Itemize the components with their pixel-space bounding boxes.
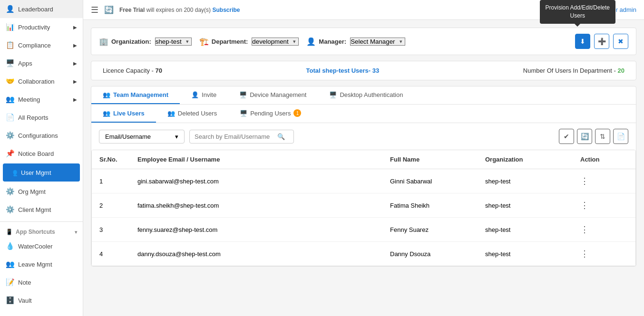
remove-user-button[interactable]: ✖: [613, 34, 628, 49]
licence-stat: Licence Capacity - 70: [103, 67, 162, 74]
sidebar-item-orgmgmt[interactable]: ⚙️ Org Mgmt: [0, 182, 83, 201]
manager-icon: 👤: [306, 37, 316, 46]
subscribe-link[interactable]: Subscribe: [212, 7, 240, 13]
watercooler-icon: 💧: [6, 242, 14, 250]
col-org: Organization: [485, 156, 580, 163]
tab-live-users[interactable]: 👥 Live Users: [91, 105, 156, 123]
manager-select-wrapper[interactable]: Select Manager: [350, 38, 405, 46]
sidebar-item-productivity[interactable]: 📊 Productivity ▶: [0, 18, 83, 36]
pending-users-icon: 🖥️: [240, 110, 247, 117]
sidebar-item-leavemgmt[interactable]: 👥 Leave Mgmt: [0, 255, 83, 273]
action-menu-button[interactable]: ⋮: [580, 176, 589, 186]
chevron-down-icon: ▾: [75, 230, 77, 235]
chevron-icon: ▶: [73, 25, 77, 30]
add-user-button[interactable]: ➕: [594, 34, 609, 49]
total-users-stat: Total shep-test Users- 33: [306, 67, 380, 74]
apps-icon: 🖥️: [6, 59, 14, 67]
manager-select[interactable]: Select Manager: [350, 38, 405, 46]
provision-line1: Provision Add/Edit/Delete: [546, 4, 610, 12]
note-icon: 📝: [6, 278, 14, 287]
tabs-bottom-row: 👥 Live Users 👥 Deleted Users 🖥️ Pending …: [91, 105, 636, 123]
cell-org: shep-test: [485, 178, 580, 185]
tab-deleted-users[interactable]: 👥 Deleted Users: [156, 105, 228, 123]
cell-email: fatima.sheikh@shep-test.com: [137, 202, 390, 209]
device-icon: 🖥️: [239, 91, 247, 98]
cell-email: gini.sabarwal@shep-test.com: [137, 178, 390, 185]
sidebar-item-label: Compliance: [18, 42, 51, 49]
clientmgmt-icon: ⚙️: [6, 205, 14, 214]
refresh-icon[interactable]: 🔄: [104, 5, 114, 14]
cell-fullname: Fatima Sheikh: [390, 202, 485, 209]
cell-fullname: Ginni Sabarwal: [390, 178, 485, 185]
table-action-icons: ✔ 🔄 ⇅ 📄: [559, 129, 628, 144]
org-select[interactable]: shep-test: [155, 38, 192, 46]
action-menu-button[interactable]: ⋮: [580, 249, 589, 259]
sidebar-item-label: Org Mgmt: [18, 188, 46, 195]
cell-org: shep-test: [485, 226, 580, 233]
col-email: Employee Email / Username: [137, 156, 390, 163]
tab-team-management[interactable]: 👥 Team Management: [91, 86, 180, 104]
provision-tooltip: Provision Add/Edit/Delete Users: [540, 0, 615, 24]
hamburger-icon[interactable]: ☰: [91, 5, 98, 15]
table-header-row: Sr.No. Employee Email / Username Full Na…: [92, 150, 635, 169]
sidebar-item-clientmgmt[interactable]: ⚙️ Client Mgmt: [0, 201, 83, 219]
sidebar-item-configurations[interactable]: ⚙️ Configurations: [0, 126, 83, 144]
dept-select[interactable]: development: [252, 38, 299, 46]
sidebar-item-label: Client Mgmt: [18, 206, 51, 213]
invite-icon: 👤: [191, 91, 199, 98]
chevron-icon: ▶: [73, 43, 77, 48]
chevron-icon: ▶: [73, 97, 77, 102]
chevron-icon: ▶: [73, 61, 77, 66]
org-select-wrapper[interactable]: shep-test: [155, 38, 192, 46]
search-type-dropdown[interactable]: Email/Username ▾: [99, 130, 185, 144]
users-table: Sr.No. Employee Email / Username Full Na…: [91, 150, 636, 266]
sidebar-item-label: Meeting: [18, 96, 40, 103]
table-row: 3 fenny.suarez@shep-test.com Fenny Suare…: [92, 218, 635, 242]
sort-button[interactable]: ⇅: [595, 129, 610, 144]
sidebar-item-compliance[interactable]: 📋 Compliance ▶: [0, 36, 83, 54]
sidebar-item-label: Vault: [18, 297, 32, 304]
tab-device-management[interactable]: 🖥️ Device Management: [228, 86, 318, 104]
search-input[interactable]: [195, 133, 274, 140]
col-srno: Sr.No.: [99, 156, 137, 163]
sidebar-item-collaboration[interactable]: 🤝 Collaboration ▶: [0, 72, 83, 90]
sidebar-item-allreports[interactable]: 📄 All Reports: [0, 108, 83, 126]
sidebar-item-meeting[interactable]: 👥 Meeting ▶: [0, 90, 83, 108]
team-mgmt-icon: 👥: [103, 91, 110, 98]
sidebar-item-usermgmt[interactable]: 👥 User Mgmt: [3, 163, 80, 182]
provision-line2: Users: [546, 12, 610, 20]
export-button[interactable]: 📄: [613, 129, 628, 144]
sidebar-item-label: Configurations: [18, 132, 58, 139]
sidebar-item-apps[interactable]: 🖥️ Apps ▶: [0, 54, 83, 72]
live-users-icon: 👥: [103, 110, 110, 117]
search-row: Email/Username ▾ 🔍 ✔ 🔄 ⇅ 📄: [91, 123, 636, 150]
leaderboard-icon: 👤: [6, 5, 14, 13]
filter-button[interactable]: ✔: [559, 129, 574, 144]
sidebar-item-leaderboard[interactable]: 👤 Leaderboard: [0, 0, 83, 18]
tab-pending-users[interactable]: 🖥️ Pending Users 1: [228, 105, 312, 123]
org-filter: 🏢 Organization: shep-test: [99, 37, 192, 46]
action-menu-button[interactable]: ⋮: [580, 225, 589, 234]
table-row: 4 danny.dsouza@shep-test.com Danny Dsouz…: [92, 242, 635, 266]
filter-bar: 🏢 Organization: shep-test 🏗️ Department:…: [91, 28, 636, 55]
tab-invite[interactable]: 👤 Invite: [180, 86, 228, 104]
action-menu-button[interactable]: ⋮: [580, 201, 589, 210]
tabs-container: 👥 Team Management 👤 Invite 🖥️ Device Man…: [91, 86, 636, 267]
sidebar-item-note[interactable]: 📝 Note: [0, 273, 83, 291]
sidebar-item-vault[interactable]: 🗄️ Vault: [0, 291, 83, 309]
download-user-button[interactable]: ⬇: [575, 34, 590, 49]
sidebar-item-watercooler[interactable]: 💧 WaterCooler: [0, 237, 83, 255]
table-row: 1 gini.sabarwal@shep-test.com Ginni Saba…: [92, 169, 635, 193]
app-shortcuts-section[interactable]: 📱 App Shortcuts ▾: [0, 225, 83, 237]
tabs-top-row: 👥 Team Management 👤 Invite 🖥️ Device Man…: [91, 86, 636, 105]
tab-desktop-auth[interactable]: 🖥️ Desktop Authentication: [318, 86, 414, 104]
col-fullname: Full Name: [390, 156, 485, 163]
trial-info: Free Trial will expires on 200 day(s) Su…: [119, 7, 240, 13]
dept-select-wrapper[interactable]: development: [252, 38, 299, 46]
app-shortcuts-icon: 📱: [6, 229, 13, 235]
allreports-icon: 📄: [6, 113, 14, 122]
filter-actions: ⬇ ➕ ✖: [575, 34, 628, 49]
refresh-table-button[interactable]: 🔄: [577, 129, 592, 144]
sidebar-item-noticeboard[interactable]: 📌 Notice Board: [0, 144, 83, 163]
cell-email: danny.dsouza@shep-test.com: [137, 250, 390, 258]
